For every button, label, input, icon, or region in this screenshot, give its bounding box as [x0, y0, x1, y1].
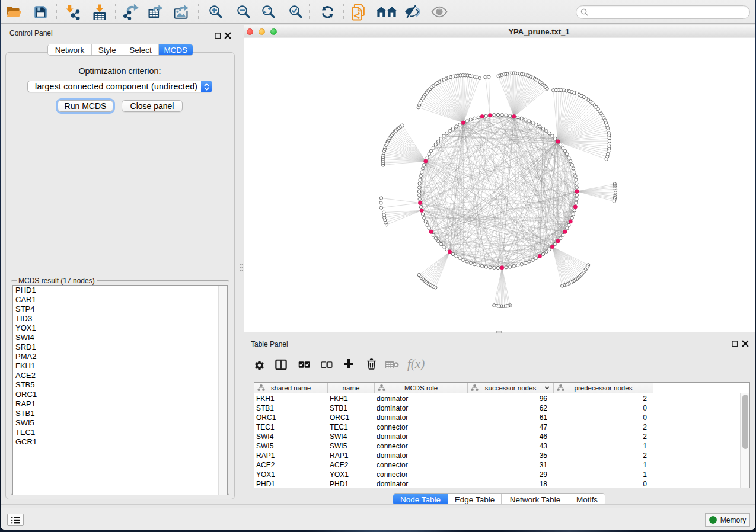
clone-network-icon[interactable] [351, 0, 368, 24]
vertical-splitter[interactable] [239, 24, 244, 508]
save-session-icon[interactable] [33, 0, 47, 24]
run-mcds-button[interactable]: Run MCDS [58, 100, 113, 112]
content-divider [1, 504, 755, 505]
mcds-result-item[interactable]: STP4 [13, 305, 227, 314]
show-all-icon[interactable] [430, 0, 448, 24]
cell-shared-name: SWI4 [256, 432, 328, 441]
task-history-button[interactable] [7, 514, 24, 526]
column-header-successor-nodes[interactable]: successor nodes [468, 383, 554, 393]
float-table-panel-icon[interactable] [732, 339, 739, 347]
export-image-icon[interactable] [173, 0, 189, 24]
mcds-result-item[interactable]: SRD1 [13, 342, 227, 352]
cell-name: TEC1 [330, 422, 375, 432]
optimization-criterion-label: Optimization criterion: [1, 66, 239, 76]
mcds-list-scrollbar[interactable] [218, 286, 227, 495]
mcds-result-item[interactable]: STB1 [13, 409, 227, 418]
column-header-MCDS-role[interactable]: MCDS role [375, 383, 468, 393]
table-row[interactable]: ORC1ORC1dominator610 [254, 413, 749, 422]
cell-predecessor-nodes: 0 [554, 403, 647, 413]
search-input[interactable] [576, 5, 750, 19]
mcds-result-item[interactable]: TEC1 [13, 428, 227, 437]
table-header: shared namenameMCDS rolesuccessor nodesp… [254, 383, 749, 393]
tab-network-table[interactable]: Network Table [502, 494, 569, 505]
column-header-name[interactable]: name [328, 383, 375, 393]
tab-select[interactable]: Select [123, 44, 159, 55]
export-network-icon[interactable] [123, 0, 140, 24]
mcds-result-item[interactable]: STB5 [13, 380, 227, 390]
table-row[interactable]: ACE2ACE2connector311 [254, 460, 749, 470]
cell-MCDS-role: dominator [377, 432, 468, 441]
hide-selected-icon[interactable] [404, 0, 420, 24]
zoom-out-icon[interactable] [236, 0, 251, 24]
column-header-predecessor-nodes[interactable]: predecessor nodes [554, 383, 653, 393]
tab-style[interactable]: Style [92, 44, 123, 55]
import-network-icon[interactable] [65, 0, 81, 24]
table-scrollbar[interactable] [740, 393, 749, 488]
zoom-in-icon[interactable] [208, 0, 223, 24]
cell-name: SWI4 [330, 432, 375, 441]
function-builder-icon[interactable]: f(x) [407, 357, 425, 371]
mcds-result-item[interactable]: PMA2 [13, 352, 227, 361]
first-neighbors-icon[interactable] [376, 0, 397, 24]
open-session-icon[interactable] [5, 0, 23, 24]
mcds-result-item[interactable]: TID3 [13, 314, 227, 323]
select-all-icon[interactable] [298, 361, 310, 368]
app-window: Control Panel NetworkStyleSelectMCDS Opt… [1, 0, 755, 530]
node-table[interactable]: shared namenameMCDS rolesuccessor nodesp… [254, 382, 750, 488]
export-table-icon[interactable] [147, 0, 163, 24]
mcds-result-item[interactable]: SWI4 [13, 333, 227, 342]
tab-edge-table[interactable]: Edge Table [448, 494, 502, 505]
table-row[interactable]: YOX1YOX1connector291 [254, 470, 749, 479]
tab-node-table[interactable]: Node Table [393, 494, 448, 505]
close-panel-button[interactable]: Close panel [122, 100, 183, 112]
network-canvas[interactable] [244, 38, 755, 332]
settings-gear-icon[interactable] [254, 360, 265, 371]
close-panel-icon[interactable] [224, 31, 232, 39]
add-column-icon[interactable] [343, 358, 355, 370]
table-row[interactable]: RAP1RAP1dominator352 [254, 451, 749, 460]
mcds-result-item[interactable]: YOX1 [13, 323, 227, 333]
network-view-title: YPA_prune.txt_1 [244, 27, 755, 36]
table-row[interactable]: TEC1TEC1connector472 [254, 422, 749, 432]
column-header-shared-name[interactable]: shared name [254, 383, 328, 393]
table-row[interactable]: SWI5SWI5connector431 [254, 441, 749, 451]
tab-network[interactable]: Network [48, 44, 92, 55]
mcds-result-list[interactable]: PHD1CAR1STP4TID3YOX1SWI4SRD1PMA2FKH1ACE2… [12, 285, 228, 495]
table-toolbar: f(x) [244, 350, 755, 379]
mcds-result-item[interactable]: ORC1 [13, 390, 227, 399]
mcds-result-item[interactable]: SWI5 [13, 418, 227, 428]
table-scrollbar-thumb[interactable] [742, 395, 748, 449]
criterion-dropdown[interactable]: largest connected component (undirected) [27, 81, 212, 92]
delete-table-icon[interactable] [385, 361, 399, 368]
mcds-result-item[interactable]: GCR1 [13, 437, 227, 447]
refresh-icon[interactable] [320, 0, 335, 24]
toolbar-separator [115, 4, 116, 20]
mcds-result-item[interactable]: PHD1 [13, 286, 227, 295]
main-toolbar [1, 0, 755, 24]
deselect-all-icon[interactable] [321, 361, 333, 368]
mcds-result-item[interactable]: FKH1 [13, 361, 227, 371]
memory-button[interactable]: Memory [705, 513, 750, 527]
mcds-result-item[interactable]: RAP1 [13, 399, 227, 409]
zoom-selected-icon[interactable] [288, 0, 303, 24]
table-tabs: Node TableEdge TableNetwork TableMotifs [393, 493, 605, 505]
task-list-icon [11, 517, 20, 524]
zoom-fit-icon[interactable] [261, 0, 276, 24]
network-titlebar[interactable]: YPA_prune.txt_1 [244, 25, 755, 37]
cell-shared-name: STB1 [256, 403, 328, 413]
table-row[interactable]: PHD1PHD1dominator180 [254, 479, 749, 489]
close-table-panel-icon[interactable] [742, 339, 749, 347]
delete-column-icon[interactable] [366, 358, 377, 370]
cell-successor-nodes: 18 [468, 479, 547, 489]
table-row[interactable]: FKH1FKH1dominator962 [254, 394, 749, 403]
column-visibility-icon[interactable] [275, 359, 287, 370]
mcds-result-item[interactable]: CAR1 [13, 295, 227, 305]
table-row[interactable]: SWI4SWI4dominator462 [254, 432, 749, 441]
cell-shared-name: ACE2 [256, 460, 328, 470]
import-table-icon[interactable] [91, 0, 107, 24]
table-row[interactable]: STB1STB1dominator620 [254, 403, 749, 413]
tab-motifs[interactable]: Motifs [569, 494, 605, 505]
tab-mcds[interactable]: MCDS [159, 44, 193, 55]
float-panel-icon[interactable] [215, 31, 222, 39]
mcds-result-item[interactable]: ACE2 [13, 371, 227, 380]
